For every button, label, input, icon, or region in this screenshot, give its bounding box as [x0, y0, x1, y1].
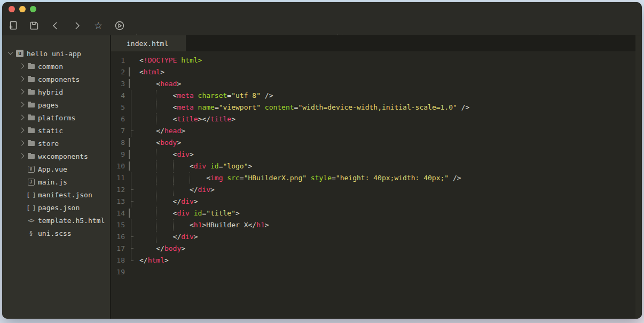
- chevron-down-icon[interactable]: [6, 49, 15, 58]
- tree-item-label: manifest.json: [38, 191, 92, 199]
- folder-icon: [26, 64, 36, 69]
- code-line-7[interactable]: 7</head>: [111, 125, 642, 137]
- code-line-4[interactable]: 4<meta charset="utf-8" />: [111, 90, 642, 102]
- tree-item-static[interactable]: static: [2, 124, 110, 137]
- tree-item-common[interactable]: common: [2, 60, 110, 73]
- chevron-right-icon[interactable]: [18, 75, 26, 83]
- fold-gutter: [127, 207, 136, 219]
- tab-label: index.html: [127, 40, 168, 48]
- fold-toggle[interactable]: [129, 67, 130, 76]
- fold-gutter: [127, 66, 136, 78]
- main-content: u hello uni-app commoncomponentshybridpa…: [2, 35, 642, 319]
- chevron-right-icon[interactable]: [18, 126, 26, 135]
- fold-toggle[interactable]: [129, 138, 130, 147]
- chevron-right-icon[interactable]: [18, 139, 26, 148]
- fold-gutter: [127, 137, 136, 149]
- tree-item-label: uni.scss: [38, 229, 72, 237]
- tree-item-main.js[interactable]: Jmain.js: [2, 175, 110, 188]
- new-file-button[interactable]: [5, 19, 20, 33]
- code-line-18[interactable]: 18</html>: [111, 255, 642, 266]
- fold-gutter: [127, 160, 136, 172]
- code-line-13[interactable]: 13</div>: [111, 196, 642, 207]
- code-line-2[interactable]: 2<html>: [111, 66, 642, 78]
- zoom-button[interactable]: [30, 6, 36, 12]
- tree-item-label: platforms: [38, 114, 75, 122]
- line-number: 11: [111, 172, 125, 184]
- tree-root[interactable]: u hello uni-app: [2, 47, 110, 60]
- line-number: 15: [111, 219, 125, 231]
- tree-item-uni.scss[interactable]: §uni.scss: [2, 227, 110, 240]
- vue-file-icon: V: [26, 166, 36, 173]
- fold-toggle[interactable]: [129, 79, 130, 88]
- js-file-icon: J: [26, 179, 36, 186]
- save-icon: [29, 20, 40, 31]
- folder-icon: [26, 103, 36, 107]
- code-line-1[interactable]: 1<!DOCTYPE html>: [111, 55, 642, 66]
- tree-item-label: hybrid: [38, 88, 63, 96]
- code-line-8[interactable]: 8<body>: [111, 137, 642, 149]
- tab-index-html[interactable]: index.html: [111, 35, 186, 51]
- code-line-16[interactable]: 16</div>: [111, 231, 642, 243]
- chevron-right-icon[interactable]: [18, 101, 26, 109]
- tree-item-App.vue[interactable]: VApp.vue: [2, 163, 110, 175]
- back-button[interactable]: [48, 19, 63, 33]
- code-line-9[interactable]: 9<div>: [111, 149, 642, 160]
- line-number: 1: [111, 55, 125, 66]
- line-number: 16: [111, 231, 125, 243]
- folder-icon: [26, 77, 36, 82]
- json-file-icon: [ ]: [26, 191, 36, 198]
- forward-button[interactable]: [69, 19, 84, 33]
- code-area: 1<!DOCTYPE html>2<html>3<head>4<meta cha…: [111, 51, 642, 278]
- run-icon: [114, 20, 125, 31]
- chevron-right-icon[interactable]: [18, 113, 26, 122]
- tree-item-label: static: [38, 127, 63, 135]
- close-button[interactable]: [9, 6, 15, 12]
- tree-item-manifest.json[interactable]: [ ]manifest.json: [2, 188, 110, 201]
- fold-gutter: [127, 90, 136, 102]
- titlebar: [2, 2, 642, 16]
- fold-gutter: [127, 113, 136, 125]
- code-line-19[interactable]: 19: [111, 266, 642, 278]
- code-line-12[interactable]: 12</div>: [111, 184, 642, 196]
- chevron-right-icon[interactable]: [18, 88, 26, 96]
- tree-item-pages.json[interactable]: [ ]pages.json: [2, 201, 110, 214]
- run-button[interactable]: [112, 19, 127, 33]
- fold-gutter: [127, 266, 136, 278]
- fold-toggle[interactable]: [129, 209, 130, 218]
- tree-item-store[interactable]: store: [2, 137, 110, 150]
- tree-item-label: common: [38, 63, 63, 71]
- line-number: 4: [111, 90, 125, 102]
- folder-icon: [26, 154, 36, 159]
- tree-item-hybrid[interactable]: hybrid: [2, 86, 110, 98]
- save-button[interactable]: [27, 19, 42, 33]
- tree-item-platforms[interactable]: platforms: [2, 111, 110, 124]
- folder-icon: [26, 116, 36, 120]
- code-line-15[interactable]: 15<h1>HBuilder X</h1>: [111, 219, 642, 231]
- code-line-11[interactable]: 11<img src="HBuilderX.png" style="height…: [111, 172, 642, 184]
- fold-toggle[interactable]: [129, 162, 130, 171]
- line-number: 2: [111, 66, 125, 78]
- tab-bar: index.html: [111, 35, 642, 51]
- tree-item-template.h5.html[interactable]: <>template.h5.html: [2, 214, 110, 227]
- fold-gutter: [127, 78, 136, 90]
- code-line-14[interactable]: 14<div id="title">: [111, 207, 642, 219]
- code-line-17[interactable]: 17</body>: [111, 243, 642, 255]
- editor-scrollbar[interactable]: [635, 35, 642, 319]
- code-line-6[interactable]: 6<title></title>: [111, 113, 642, 125]
- minimize-button[interactable]: [19, 6, 26, 12]
- folder-icon: [26, 141, 36, 146]
- code-line-5[interactable]: 5<meta name="viewport" content="width=de…: [111, 102, 642, 113]
- tree-item-components[interactable]: components: [2, 73, 110, 86]
- fold-gutter: [127, 196, 136, 207]
- fold-toggle[interactable]: [129, 150, 130, 159]
- favorite-button[interactable]: ☆: [91, 19, 106, 33]
- code-line-10[interactable]: 10<div id="logo">: [111, 160, 642, 172]
- tree-item-wxcomponents[interactable]: wxcomponents: [2, 150, 110, 163]
- chevron-right-icon[interactable]: [18, 152, 26, 160]
- tree-item-pages[interactable]: pages: [2, 98, 110, 111]
- code-line-3[interactable]: 3<head>: [111, 78, 642, 90]
- line-number: 9: [111, 149, 125, 160]
- line-number: 12: [111, 184, 125, 196]
- line-number: 17: [111, 243, 125, 255]
- chevron-right-icon[interactable]: [18, 62, 26, 71]
